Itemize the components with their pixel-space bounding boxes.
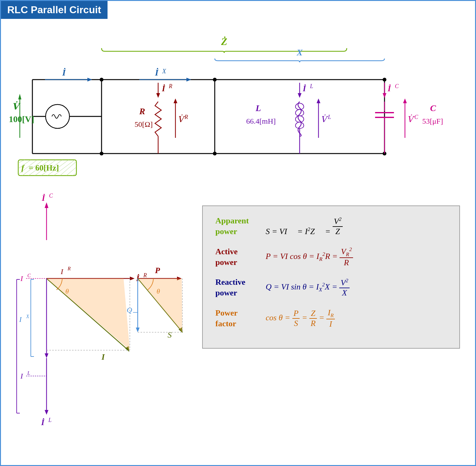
bottom-area: İ C I C İ R I R I I L	[14, 190, 460, 460]
title-bar: RLC Parallel Circuit	[1, 1, 108, 19]
svg-marker-127	[136, 328, 140, 332]
active-power-label: Activepower	[215, 246, 259, 268]
svg-text:V̇: V̇	[407, 114, 415, 124]
svg-text:İ: İ	[155, 68, 159, 77]
svg-text:L: L	[310, 83, 313, 89]
svg-text:C: C	[49, 193, 53, 199]
svg-marker-43	[186, 78, 191, 81]
svg-text:P: P	[155, 266, 160, 275]
svg-text:I: I	[20, 274, 23, 283]
svg-text:İ: İ	[387, 84, 391, 93]
phasor-diagram: İ C I C İ R I R I I L	[14, 190, 190, 460]
svg-marker-40	[87, 78, 92, 81]
power-factor-row: Powerfactor cos θ = PS = ZR = IRI	[215, 308, 447, 329]
svg-text:R: R	[139, 106, 145, 116]
svg-text:50[Ω]: 50[Ω]	[135, 120, 153, 128]
svg-text:C: C	[414, 114, 418, 120]
svg-text:I: I	[20, 372, 23, 380]
svg-marker-100	[45, 353, 48, 358]
svg-text:R: R	[67, 266, 71, 271]
svg-point-10	[383, 78, 386, 81]
svg-text:Ż: Ż	[221, 36, 227, 47]
svg-text:I: I	[101, 352, 105, 362]
svg-marker-58	[298, 93, 302, 98]
svg-text:= 60[Hz]: = 60[Hz]	[29, 163, 59, 172]
svg-text:İ: İ	[62, 68, 66, 77]
main-container: RLC Parallel Circuit Ż X	[0, 0, 476, 466]
svg-text:I: I	[60, 267, 64, 276]
page-title: RLC Parallel Circuit	[7, 4, 101, 15]
reactive-power-label: Reactivepower	[215, 277, 259, 298]
svg-marker-47	[156, 93, 160, 98]
apparent-power-label: Apparentpower	[215, 216, 259, 237]
svg-text:I: I	[19, 315, 22, 323]
svg-text:İ: İ	[42, 194, 45, 203]
svg-text:L: L	[255, 103, 261, 113]
svg-text:C: C	[430, 103, 436, 113]
svg-text:X: X	[296, 48, 303, 57]
svg-text:L: L	[48, 417, 52, 423]
active-power-math: P = VI cos θ = IR2R = VR2R	[266, 246, 353, 268]
svg-marker-74	[403, 98, 407, 103]
svg-text:66.4[mH]: 66.4[mH]	[246, 117, 276, 125]
svg-text:R: R	[143, 272, 147, 278]
svg-text:C: C	[395, 83, 399, 89]
apparent-power-math: S = VI = I2Z = V2Z	[266, 216, 343, 236]
svg-text:R: R	[169, 83, 172, 89]
svg-text:İ: İ	[41, 418, 45, 427]
svg-text:X: X	[162, 68, 166, 75]
svg-marker-62	[317, 98, 320, 103]
svg-marker-51	[174, 98, 177, 103]
svg-text:S: S	[168, 330, 172, 340]
svg-marker-21	[18, 94, 21, 99]
svg-text:C: C	[27, 273, 31, 278]
active-power-row: Activepower P = VI cos θ = IR2R = VR2R	[215, 246, 447, 268]
formula-box: Apparentpower S = VI = I2Z = V2Z Activep…	[202, 205, 460, 349]
svg-text:İ: İ	[162, 84, 165, 93]
circuit-diagram: Ż X	[1, 18, 476, 194]
svg-point-13	[46, 104, 69, 128]
svg-text:100[V]: 100[V]	[9, 114, 34, 124]
svg-marker-86	[45, 202, 48, 208]
svg-text:L: L	[328, 114, 331, 120]
power-factor-label: Powerfactor	[215, 308, 259, 329]
svg-text:53[μF]: 53[μF]	[422, 117, 443, 125]
svg-text:İ: İ	[302, 84, 306, 93]
svg-text:V̇: V̇	[178, 114, 185, 124]
svg-text:X: X	[26, 314, 30, 319]
svg-text:L: L	[27, 370, 30, 376]
svg-text:R: R	[184, 114, 188, 120]
apparent-power-row: Apparentpower S = VI = I2Z = V2Z	[215, 216, 447, 237]
power-factor-math: cos θ = PS = ZR = IRI	[266, 308, 335, 329]
svg-marker-105	[45, 410, 48, 415]
reactive-power-row: Reactivepower Q = VI sin θ = IX2X = V2X	[215, 277, 447, 298]
svg-marker-91	[130, 277, 135, 280]
svg-text:Q: Q	[127, 306, 132, 314]
svg-marker-70	[383, 93, 386, 98]
reactive-power-math: Q = VI sin θ = IX2X = V2X	[266, 278, 350, 298]
svg-text:V̇: V̇	[321, 114, 328, 124]
